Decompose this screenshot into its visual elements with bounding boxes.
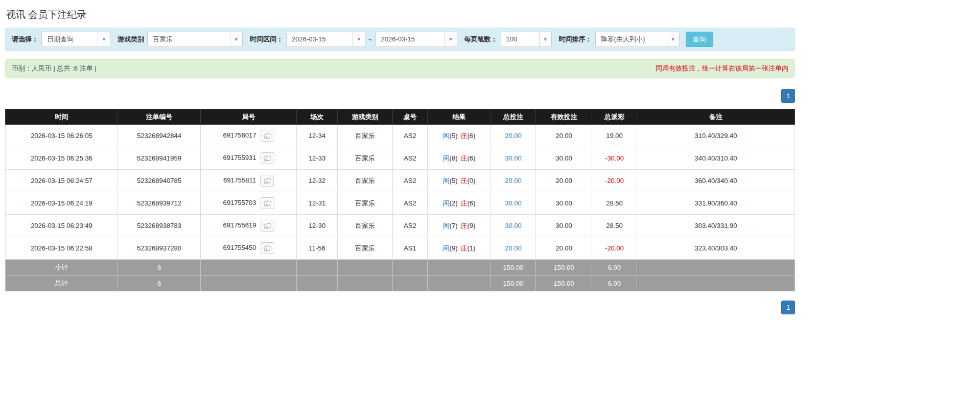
caret-down-icon[interactable]: ▼ — [539, 32, 551, 47]
pagination-bottom: 1 — [5, 301, 795, 314]
caret-down-icon[interactable]: ▼ — [230, 32, 242, 47]
cell-payout: 19.00 — [592, 125, 637, 147]
cell-remark: 331.90/360.40 — [637, 192, 795, 215]
cell-bet-id: 523268940785 — [118, 170, 201, 192]
date-range-tilde: ~ — [368, 36, 372, 43]
round-number: 691755450 — [223, 244, 256, 251]
cell-empty — [201, 276, 297, 291]
cell-game: 百家乐 — [338, 192, 393, 215]
result-player-score: (7) — [450, 222, 458, 230]
subtotal-total-bet: 150.00 — [491, 260, 536, 276]
date-from-value: 2026-03-15 — [287, 32, 353, 47]
caret-down-icon[interactable]: ▼ — [445, 32, 457, 47]
currency-summary: 币别：人民币 | 总共 :6 注单 | — [12, 64, 97, 73]
result-player-score: (2) — [450, 199, 458, 207]
cell-empty — [393, 276, 428, 291]
search-button[interactable]: 查询 — [686, 32, 713, 47]
col-round: 局号 — [201, 109, 297, 125]
table-row: 2026-03-15 06:24:19 523268939712 6917557… — [6, 192, 795, 215]
cell-round: 691756017 — [201, 125, 297, 147]
cell-session: 12-32 — [297, 170, 338, 192]
total-bet-link[interactable]: 20.00 — [505, 244, 522, 252]
cell-empty — [338, 276, 393, 291]
cell-round: 691755811 — [201, 170, 297, 192]
total-bet-link[interactable]: 30.00 — [505, 154, 522, 162]
cell-session: 12-33 — [297, 147, 338, 170]
col-game: 游戏类别 — [338, 109, 393, 125]
cell-remark: 310.40/329.40 — [637, 125, 795, 147]
game-type-select[interactable]: 百家乐 ▼ — [147, 32, 243, 47]
page-1-button[interactable]: 1 — [781, 301, 795, 314]
col-total-bet: 总投注 — [491, 109, 536, 125]
cell-empty — [393, 260, 428, 276]
round-result-icon-button[interactable] — [260, 175, 274, 187]
subtotal-count: 6 — [118, 260, 201, 276]
caret-down-icon[interactable]: ▼ — [353, 32, 365, 47]
round-result-icon-button[interactable] — [261, 197, 274, 209]
total-bet-link[interactable]: 20.00 — [505, 132, 522, 140]
total-bet-link[interactable]: 30.00 — [505, 222, 522, 230]
round-result-icon-button[interactable] — [261, 130, 274, 142]
cards-icon — [264, 155, 271, 162]
round-number: 691755619 — [223, 221, 256, 229]
page-1-button[interactable]: 1 — [781, 89, 795, 103]
col-remark: 备注 — [637, 109, 795, 125]
cell-bet-id: 523268941959 — [118, 147, 201, 170]
grand-total-label: 总计 — [6, 276, 118, 291]
table-row: 2026-03-15 06:26:05 523268942844 6917560… — [6, 125, 795, 147]
result-player-score: (5) — [450, 132, 458, 140]
total-bet-link[interactable]: 30.00 — [505, 199, 522, 207]
round-result-icon-button[interactable] — [261, 152, 274, 164]
date-range-label: 时间区间： — [250, 35, 283, 44]
cell-total-bet: 30.00 — [491, 192, 536, 215]
result-player: 闲 — [443, 132, 450, 140]
grand-total-payout: 6.00 — [592, 276, 637, 291]
cell-valid-bet: 20.00 — [536, 170, 592, 192]
filter-bar: 请选择： 日期查询 ▼ 游戏类别 百家乐 ▼ 时间区间： 2026-03-15 … — [5, 28, 795, 51]
cell-bet-id: 523268939712 — [118, 192, 201, 215]
cell-empty — [637, 276, 795, 291]
table-row: 2026-03-15 06:25:36 523268941959 6917559… — [6, 147, 795, 170]
cards-icon — [264, 178, 271, 184]
cell-payout: -20.00 — [592, 237, 637, 260]
cell-time: 2026-03-15 06:23:49 — [6, 215, 118, 237]
page-title: 视讯 会员下注纪录 — [5, 0, 795, 28]
cell-result: 闲(5)庄(0) — [428, 170, 491, 192]
date-from-select[interactable]: 2026-03-15 ▼ — [286, 32, 365, 47]
cell-empty — [428, 276, 491, 291]
table-row: 2026-03-15 06:24:57 523268940785 6917558… — [6, 170, 795, 192]
round-result-icon-button[interactable] — [261, 220, 274, 232]
cell-payout: -20.00 — [592, 170, 637, 192]
content-area: 视讯 会员下注纪录 请选择： 日期查询 ▼ 游戏类别 百家乐 ▼ 时间区间： 2… — [5, 0, 795, 314]
mode-select[interactable]: 日期查询 ▼ — [41, 32, 110, 47]
round-result-icon-button[interactable] — [261, 242, 274, 254]
table-row: 2026-03-15 06:22:58 523268937280 6917554… — [6, 237, 795, 260]
cell-valid-bet: 20.00 — [536, 237, 592, 260]
subtotal-row: 小计 6 150.00 150.00 6.00 — [6, 260, 795, 276]
cell-empty — [297, 276, 338, 291]
col-session: 场次 — [297, 109, 338, 125]
cell-time: 2026-03-15 06:24:19 — [6, 192, 118, 215]
round-number: 691755931 — [223, 154, 256, 162]
result-player-score: (9) — [450, 244, 458, 252]
cell-empty — [428, 260, 491, 276]
caret-down-icon[interactable]: ▼ — [98, 32, 110, 47]
round-number: 691756017 — [223, 131, 256, 139]
result-banker: 庄 — [461, 222, 468, 230]
cell-total-bet: 30.00 — [491, 147, 536, 170]
cards-icon — [264, 200, 271, 206]
time-sort-select[interactable]: 降幂(由大到小) ▼ — [595, 32, 680, 47]
cell-session: 11-56 — [297, 237, 338, 260]
page-size-select[interactable]: 100 ▼ — [501, 32, 552, 47]
cell-time: 2026-03-15 06:24:57 — [6, 170, 118, 192]
cell-valid-bet: 30.00 — [536, 192, 592, 215]
date-to-select[interactable]: 2026-03-15 ▼ — [376, 32, 457, 47]
total-bet-link[interactable]: 20.00 — [505, 177, 522, 185]
result-banker: 庄 — [461, 132, 468, 140]
result-banker-score: (9) — [468, 222, 476, 230]
grand-total-total-bet: 150.00 — [491, 276, 536, 291]
cell-total-bet: 20.00 — [491, 237, 536, 260]
caret-down-icon[interactable]: ▼ — [667, 32, 679, 47]
col-valid-bet: 有效投注 — [536, 109, 592, 125]
col-time: 时间 — [6, 109, 118, 125]
